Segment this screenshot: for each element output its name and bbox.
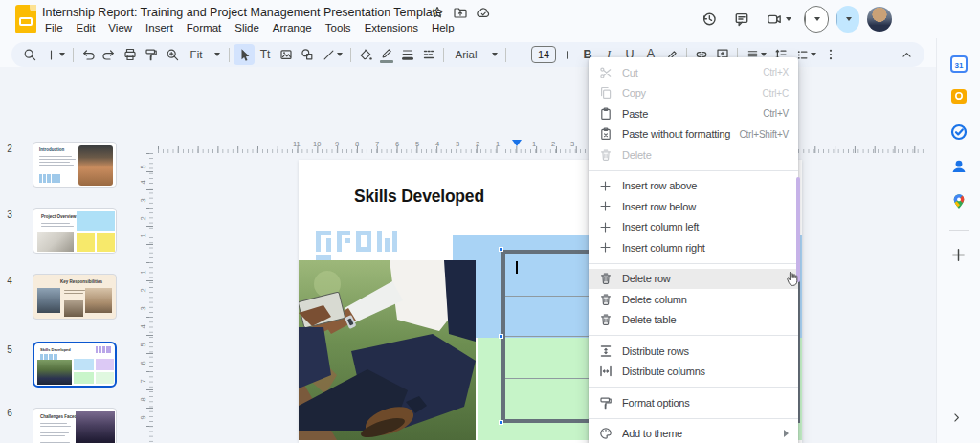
menu-extensions[interactable]: Extensions	[358, 20, 425, 35]
tasks-icon[interactable]	[950, 123, 968, 141]
slideshow-button[interactable]: Slideshow	[804, 6, 829, 33]
insert-image-icon[interactable]	[276, 44, 297, 65]
border-weight-icon[interactable]	[397, 44, 418, 65]
select-tool-icon[interactable]	[234, 44, 255, 65]
thumb-table-cell-green	[96, 372, 114, 384]
trash-icon	[598, 313, 612, 327]
undo-icon[interactable]	[78, 44, 99, 65]
menu-separator	[589, 170, 798, 171]
top-bar: Internship Report: Training and Project …	[0, 0, 936, 38]
menu-item-format-options[interactable]: Format options	[589, 392, 798, 413]
font-size-decrease-icon[interactable]	[510, 44, 531, 65]
plus-icon	[598, 240, 612, 255]
table-handle[interactable]	[499, 334, 503, 339]
mouse-cursor-hand	[785, 271, 799, 287]
move-folder-icon[interactable]	[454, 6, 467, 19]
slide-photo[interactable]	[299, 260, 476, 440]
menu-item-paste[interactable]: PasteCtrl+V	[589, 103, 798, 124]
table-handle[interactable]	[499, 247, 503, 252]
menu-item-delete[interactable]: Delete	[589, 144, 798, 166]
zoom-select[interactable]: Fit	[183, 44, 225, 65]
table-context-menu: CutCtrl+X CopyCtrl+C PasteCtrl+V Paste w…	[589, 57, 798, 443]
menu-view[interactable]: View	[101, 20, 139, 35]
menu-scrollbar-thumb[interactable]	[796, 177, 800, 282]
cloud-status-icon[interactable]	[477, 6, 490, 19]
thumb-photo	[64, 300, 83, 317]
border-dash-icon[interactable]	[418, 44, 439, 65]
menu-format[interactable]: Format	[180, 20, 228, 35]
version-history-icon[interactable]	[697, 7, 722, 32]
slide-thumbnail-2[interactable]: Introduction	[33, 142, 117, 188]
border-color-icon[interactable]	[376, 44, 397, 65]
menu-item-delete-column[interactable]: Delete column	[589, 289, 798, 310]
slide-title[interactable]: Skills Developed	[354, 187, 484, 207]
menu-arrange[interactable]: Arrange	[266, 20, 319, 35]
menu-item-insert-column-left[interactable]: Insert column left	[589, 217, 798, 238]
menu-edit[interactable]: Edit	[70, 20, 102, 35]
avatar[interactable]	[867, 7, 892, 32]
distribute-columns-icon	[598, 365, 612, 379]
slide-thumbnail-4[interactable]: Key Responsibilities	[33, 274, 117, 320]
copy-icon	[598, 86, 612, 100]
zoom-icon[interactable]	[162, 44, 183, 65]
insert-shape-icon[interactable]	[297, 44, 318, 65]
menu-item-delete-row[interactable]: Delete row	[589, 269, 798, 290]
comments-icon[interactable]	[729, 7, 754, 32]
ruler-cursor-marker	[512, 140, 522, 146]
menu-help[interactable]: Help	[425, 20, 461, 35]
share-dropdown[interactable]	[836, 6, 859, 33]
redo-icon[interactable]	[99, 44, 120, 65]
menu-tools[interactable]: Tools	[319, 20, 358, 35]
menu-item-distribute-rows[interactable]: Distribute rows	[589, 341, 798, 362]
hide-menus-icon[interactable]	[896, 44, 917, 65]
menu-item-insert-row-below[interactable]: Insert row below	[589, 196, 798, 217]
table-handle[interactable]	[499, 420, 503, 425]
font-size-increase-icon[interactable]	[556, 44, 577, 65]
slide-thumbnail-3[interactable]: Project Overview	[33, 208, 117, 254]
search-menus-icon[interactable]	[19, 44, 40, 65]
thumb-table-cell-blue	[74, 359, 94, 370]
fill-color-icon[interactable]	[355, 44, 376, 65]
thumb-pixel-logo	[39, 174, 60, 183]
menu-item-copy[interactable]: CopyCtrl+C	[589, 83, 798, 104]
menu-item-distribute-columns[interactable]: Distribute columns	[589, 362, 798, 383]
font-family-select[interactable]: Arial	[448, 44, 501, 65]
print-icon[interactable]	[120, 44, 141, 65]
slideshow-dropdown[interactable]	[805, 7, 828, 32]
more-options-icon[interactable]	[820, 44, 841, 65]
slides-logo[interactable]	[15, 5, 36, 33]
menu-file[interactable]: File	[38, 20, 70, 35]
get-addons-icon[interactable]	[950, 247, 968, 264]
contacts-icon[interactable]	[950, 158, 968, 175]
slide-thumbnail-5-selected[interactable]: Skills Developed	[33, 342, 117, 388]
show-side-panel-icon[interactable]	[950, 411, 968, 429]
share-button[interactable]: Share	[836, 6, 859, 33]
menu-slide[interactable]: Slide	[228, 20, 266, 35]
paint-format-icon[interactable]	[141, 44, 162, 65]
thumb-photo	[37, 232, 74, 252]
format-options-icon	[598, 395, 612, 410]
insert-line-icon[interactable]	[318, 44, 346, 65]
text-box-icon[interactable]: Tt	[255, 44, 276, 65]
keep-icon[interactable]	[950, 88, 968, 105]
new-slide-button[interactable]	[40, 44, 69, 65]
clipboard-icon	[598, 106, 612, 121]
slide-number: 4	[2, 276, 17, 286]
slide-thumbnail-6[interactable]: Challenges Faced	[33, 408, 117, 443]
menu-item-insert-row-above[interactable]: Insert row above	[589, 176, 798, 197]
calendar-icon[interactable]: 31	[950, 55, 968, 73]
menu-item-add-to-theme[interactable]: Add to theme	[589, 424, 798, 443]
menu-separator	[589, 387, 798, 388]
menu-item-delete-table[interactable]: Delete table	[589, 310, 798, 331]
thumb-photo	[37, 288, 60, 313]
menu-insert[interactable]: Insert	[139, 20, 180, 35]
document-title[interactable]: Internship Report: Training and Project …	[42, 6, 442, 19]
maps-icon[interactable]	[950, 193, 968, 210]
menu-item-cut[interactable]: CutCtrl+X	[589, 62, 798, 83]
star-icon[interactable]	[431, 6, 444, 19]
menu-item-insert-column-right[interactable]: Insert column right	[589, 237, 798, 258]
meet-camera-icon[interactable]	[762, 7, 796, 32]
font-size-input[interactable]: 14	[531, 46, 556, 63]
menu-item-paste-without-formatting[interactable]: Paste without formattingCtrl+Shift+V	[589, 124, 798, 145]
google-slides-app: Internship Report: Training and Project …	[0, 0, 980, 443]
